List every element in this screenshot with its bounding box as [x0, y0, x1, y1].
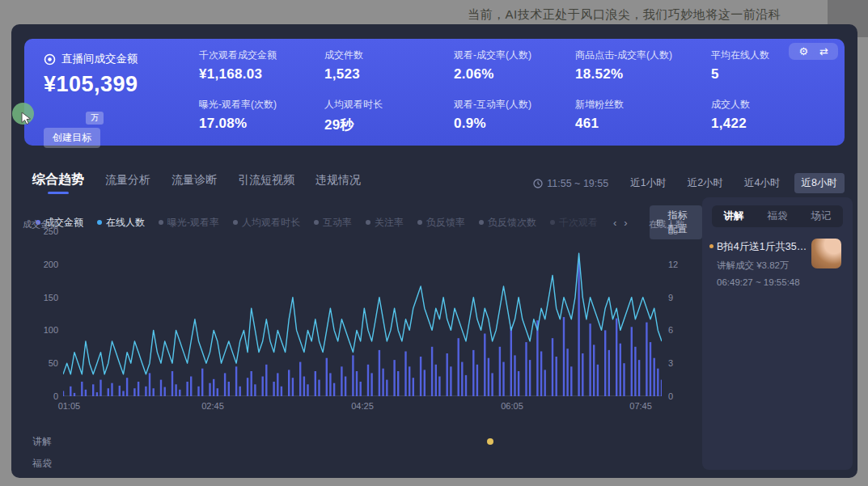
y-right-tick-3: 3	[668, 358, 673, 368]
y-axis-right-title: 在线人数	[649, 218, 684, 230]
target-icon	[44, 53, 56, 66]
time-range: 11:55 ~ 19:55	[533, 178, 608, 189]
y-left-tick-200: 200	[26, 260, 58, 269]
time-button-近1小时[interactable]: 近1小时	[623, 173, 673, 193]
tab-流量分析[interactable]: 流量分析	[105, 173, 150, 188]
kpi-metric-label: 商品点击-成交率(人数)	[575, 49, 711, 62]
y-left-tick-0: 0	[26, 391, 58, 401]
kpi-actions: ⚙ ⇄	[789, 43, 838, 60]
kpi-metric-value: 0.9%	[454, 116, 575, 132]
x-tick-02:45: 02:45	[201, 401, 224, 411]
sidebar-tabs: 讲解福袋场记	[712, 205, 843, 227]
kpi-metric-value: 461	[575, 116, 711, 132]
item-bullet	[709, 244, 713, 248]
kpi-metric-9: 成交人数1,422	[711, 98, 832, 134]
item-title: B拍4斤送1斤共35-4...	[717, 240, 807, 254]
kpi-metric-7: 观看-互动率(人数)0.9%	[454, 98, 575, 134]
clock-icon	[533, 179, 543, 188]
time-range-text: 11:55 ~ 19:55	[547, 178, 608, 189]
chart-plot[interactable]	[63, 231, 662, 397]
product-thumbnail[interactable]	[811, 239, 841, 268]
x-tick-06:05: 06:05	[501, 401, 523, 411]
y-right-tick-12: 12	[668, 260, 678, 269]
video-caption: 当前，AI技术正处于风口浪尖，我们巧妙地将这一前沿科	[468, 7, 781, 23]
kpi-main-value: ¥105,399	[44, 72, 201, 97]
kpi-metric-label: 成交人数	[711, 98, 832, 112]
kpi-metric-value: ¥1,168.03	[199, 66, 324, 82]
kpi-metric-value: 18.52%	[575, 66, 711, 82]
kpi-title: 直播间成交金额	[61, 52, 138, 66]
screen: 当前，AI技术正处于风口浪尖，我们巧妙地将这一前沿科 直播间成交金额 ¥105,…	[0, 0, 868, 486]
event-sidebar: 讲解福袋场记 B拍4斤送1斤共35-4... 讲解成交 ¥3.82万 06:49…	[702, 197, 853, 470]
y-right-tick-0: 0	[668, 391, 673, 401]
kpi-metric-2: 观看-成交率(人数)2.06%	[454, 49, 575, 82]
kpi-metric-label: 观看-成交率(人数)	[454, 49, 575, 62]
y-left-tick-250: 250	[26, 226, 58, 236]
mouse-cursor-icon	[21, 112, 33, 125]
x-tick-04:25: 04:25	[351, 401, 374, 411]
time-button-近2小时[interactable]: 近2小时	[680, 173, 730, 193]
kpi-metrics-grid: 千次观看成交金额¥1,168.03成交件数1,523观看-成交率(人数)2.06…	[199, 49, 832, 134]
y-left-tick-150: 150	[26, 293, 58, 302]
online-users-line-series	[63, 253, 662, 374]
marker-row-label-jiangjie: 讲解	[32, 435, 52, 449]
kpi-metric-0: 千次观看成交金额¥1,168.03	[199, 49, 324, 82]
tab-引流短视频[interactable]: 引流短视频	[238, 173, 294, 188]
time-button-近8小时[interactable]: 近8小时	[794, 173, 845, 193]
kpi-panel: 直播间成交金额 ¥105,399 万 创建目标 千次观看成交金额¥1,168.0…	[24, 39, 845, 146]
kpi-metric-6: 人均观看时长29秒	[324, 98, 454, 134]
tab-流量诊断[interactable]: 流量诊断	[171, 173, 217, 188]
kpi-primary: 直播间成交金额 ¥105,399 万 创建目标	[44, 52, 201, 97]
time-button-近4小时[interactable]: 近4小时	[737, 173, 787, 193]
marker-row-label-fudai: 福袋	[32, 457, 52, 471]
y-right-tick-9: 9	[668, 293, 673, 302]
y-right-tick-15: 15	[668, 226, 678, 236]
main-tabs: 综合趋势流量分析流量诊断引流短视频违规情况	[32, 171, 361, 188]
unit-badge: 万	[86, 112, 104, 125]
dashboard-card: 直播间成交金额 ¥105,399 万 创建目标 千次观看成交金额¥1,168.0…	[11, 24, 857, 478]
kpi-metric-5: 曝光-观看率(次数)17.08%	[199, 98, 324, 134]
x-tick-07:45: 07:45	[629, 401, 652, 411]
kpi-metric-3: 商品点击-成交率(人数)18.52%	[575, 49, 711, 82]
explain-item[interactable]: B拍4斤送1斤共35-4... 讲解成交 ¥3.82万 06:49:27 ~ 1…	[717, 240, 841, 287]
lucky-bag-marker[interactable]	[487, 438, 493, 445]
y-left-tick-100: 100	[26, 325, 58, 335]
kpi-metric-label: 成交件数	[324, 49, 454, 62]
create-goal-button[interactable]: 创建目标	[44, 128, 100, 148]
kpi-metric-value: 5	[711, 66, 832, 82]
gear-icon[interactable]: ⚙	[798, 46, 808, 57]
kpi-metric-label: 千次观看成交金额	[199, 49, 324, 62]
y-right-tick-6: 6	[668, 325, 673, 335]
kpi-metric-value: 29秒	[324, 116, 454, 134]
kpi-metric-1: 成交件数1,523	[324, 49, 454, 82]
kpi-metric-value: 1,422	[711, 116, 832, 132]
kpi-metric-label: 新增粉丝数	[575, 98, 711, 112]
sidebar-tab-讲解[interactable]: 讲解	[712, 209, 756, 223]
item-time-range: 06:49:27 ~ 19:55:48	[717, 277, 841, 287]
sidebar-tab-福袋[interactable]: 福袋	[756, 209, 799, 223]
time-filter: 11:55 ~ 19:55 近1小时近2小时近4小时近8小时	[533, 173, 845, 193]
y-left-tick-50: 50	[26, 358, 58, 368]
kpi-metric-value: 2.06%	[454, 66, 575, 82]
kpi-metric-label: 曝光-观看率(次数)	[199, 98, 324, 112]
x-tick-01:05: 01:05	[58, 401, 81, 411]
kpi-metric-value: 17.08%	[199, 116, 324, 132]
kpi-metric-label: 人均观看时长	[324, 98, 454, 112]
tab-综合趋势[interactable]: 综合趋势	[32, 171, 84, 188]
sidebar-tab-场记[interactable]: 场记	[799, 209, 843, 223]
swap-icon[interactable]: ⇄	[819, 46, 828, 57]
kpi-metric-label: 观看-互动率(人数)	[454, 98, 575, 112]
tab-违规情况[interactable]: 违规情况	[315, 173, 361, 188]
trend-chart[interactable]: 成交金额在线人数0501001502002500369121501:0502:4…	[11, 218, 707, 435]
kpi-metric-8: 新增粉丝数461	[575, 98, 711, 134]
kpi-metric-value: 1,523	[324, 66, 454, 82]
